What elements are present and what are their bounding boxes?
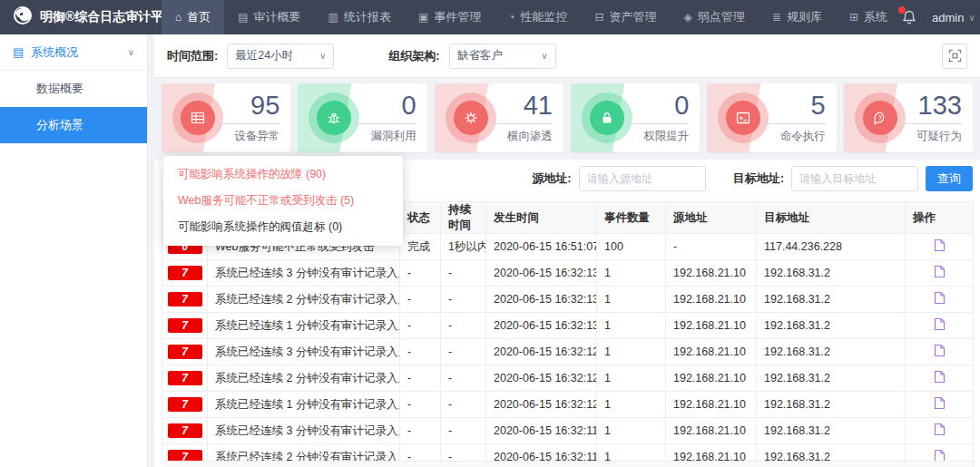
stat-divider <box>623 123 689 124</box>
stat-label: 命令执行 <box>744 129 826 144</box>
stat-card[interactable]: 0漏洞利用 <box>298 83 426 152</box>
nav-right: admin ∨ <box>901 0 980 34</box>
event-duration: - <box>441 313 486 339</box>
event-duration: - <box>441 365 486 392</box>
nav-item-label: 首页 <box>187 9 211 25</box>
nav-item-stats-report[interactable]: ▥统计报表 <box>315 0 405 34</box>
notification-bell-icon[interactable] <box>901 9 917 25</box>
target-address: 192.168.31.2 <box>757 392 906 418</box>
username: admin <box>932 11 964 24</box>
user-menu[interactable]: admin ∨ <box>932 11 975 24</box>
nav-item-label: 性能监控 <box>521 9 568 25</box>
chevron-down-icon: ∨ <box>128 47 134 57</box>
event-duration: - <box>441 260 486 287</box>
sidebar-group-system-overview[interactable]: ▤ 系统概况 ∨ <box>0 34 147 71</box>
detail-doc-icon[interactable] <box>934 370 946 384</box>
column-header: 源地址 <box>666 202 757 234</box>
org-label: 组织架构: <box>388 48 439 64</box>
source-address: 192.168.21.10 <box>666 287 757 313</box>
column-header: 状态 <box>400 202 441 234</box>
org-select[interactable]: 缺省客户 ∨ <box>449 44 556 69</box>
source-address: 192.168.21.10 <box>666 339 757 365</box>
sidebar-item[interactable]: 分析场景 <box>0 107 147 143</box>
event-count: 100 <box>597 234 666 260</box>
stat-label: 权限提升 <box>607 129 689 144</box>
nav-item-system[interactable]: ⊞系统 <box>836 0 901 34</box>
sidebar-item[interactable]: 数据概要 <box>0 71 147 107</box>
event-icon: ▣ <box>418 11 428 24</box>
table-row: 7系统已经连续 2 分钟没有审计记录入库--2020-06-15 16:32:1… <box>162 287 974 313</box>
risk-level-badge: 7 <box>168 266 202 280</box>
stat-card[interactable]: ?133可疑行为 <box>844 83 973 152</box>
database-icon: ⊟ <box>595 11 604 24</box>
stat-divider <box>487 123 553 124</box>
stat-card[interactable]: 5命令执行 <box>707 83 836 152</box>
stat-cards: 95设备异常0漏洞利用41横向渗透0权限提升5命令执行?133可疑行为 <box>162 83 973 152</box>
nav-item-perf-monitor[interactable]: ◔性能监控 <box>495 0 581 34</box>
src-address-input[interactable] <box>579 166 706 191</box>
detail-doc-icon[interactable] <box>934 396 946 410</box>
chevron-down-icon: ∨ <box>319 51 326 61</box>
stat-card[interactable]: 41横向渗透 <box>435 83 564 152</box>
nav-item-audit-summary[interactable]: ▤审计概要 <box>224 0 314 34</box>
stat-card[interactable]: 0权限提升 <box>571 83 700 152</box>
dst-address-input[interactable] <box>791 166 918 191</box>
chevron-down-icon: ∨ <box>968 13 975 23</box>
logo-icon <box>13 5 33 29</box>
dropdown-item[interactable]: 可能影响系统操作的阀值超标 (0) <box>163 214 403 240</box>
event-name: 系统已经连续 3 分钟没有审计记录入库 <box>208 260 400 287</box>
nav-item-label: 审计概要 <box>254 9 301 25</box>
stat-value: 133 <box>880 91 962 121</box>
event-duration: - <box>441 287 486 313</box>
detail-doc-icon[interactable] <box>934 291 946 305</box>
column-header: 操作 <box>906 202 974 234</box>
nav-item-weakness-mgmt[interactable]: ◈弱点管理 <box>671 0 759 34</box>
stat-value: 5 <box>744 91 826 121</box>
table-row: 7系统已经连续 1 分钟没有审计记录入库--2020-06-15 16:32:1… <box>162 392 974 418</box>
sidebar-group-label: 系统概况 <box>31 44 78 61</box>
target-address: 192.168.31.2 <box>757 287 906 313</box>
event-name: 系统已经连续 2 分钟没有审计记录入库 <box>208 287 400 313</box>
detail-doc-icon[interactable] <box>934 265 946 278</box>
detail-doc-icon[interactable] <box>934 317 946 331</box>
event-status: - <box>400 260 441 287</box>
stat-divider <box>214 123 279 124</box>
app-title: 明御®综合日志审计平台 <box>40 9 176 25</box>
nav-item-label: 系统 <box>864 9 887 25</box>
main-content: 时间范围: 最近24小时 ∨ 组织架构: 缺省客户 ∨ 95设备异常0漏洞利用4… <box>154 34 980 467</box>
dropdown-item[interactable]: 可能影响系统操作的故障 (90) <box>163 161 403 188</box>
stat-divider <box>760 123 826 124</box>
event-name: 系统已经连续 2 分钟没有审计记录入库 <box>208 365 400 392</box>
column-header: 事件数量 <box>597 202 666 234</box>
detail-doc-icon[interactable] <box>934 423 946 436</box>
dropdown-item[interactable]: Web服务可能不正常或受到攻击 (5) <box>163 188 403 214</box>
risk-level-badge: 7 <box>168 397 202 412</box>
stat-label: 可疑行为 <box>880 129 962 144</box>
stat-card[interactable]: 95设备异常 <box>162 83 290 152</box>
risk-level-badge: 7 <box>168 345 202 359</box>
nav-item-asset-mgmt[interactable]: ⊟资产管理 <box>582 0 671 34</box>
fullscreen-button[interactable] <box>942 44 967 69</box>
main-menu: ⌂首页▤审计概要▥统计报表▣事件管理◔性能监控⊟资产管理◈弱点管理≣规则库⊞系统 <box>162 0 901 34</box>
nav-item-rule-lib[interactable]: ≣规则库 <box>759 0 836 34</box>
nav-item-event-mgmt[interactable]: ▣事件管理 <box>405 0 495 34</box>
doc-icon: ▤ <box>13 45 24 59</box>
detail-doc-icon[interactable] <box>934 344 946 357</box>
stat-value: 0 <box>335 91 416 121</box>
stat-value: 95 <box>198 91 279 121</box>
nav-item-home[interactable]: ⌂首页 <box>162 0 224 34</box>
gauge-icon: ◔ <box>508 11 514 24</box>
filter-bar: 时间范围: 最近24小时 ∨ 组织架构: 缺省客户 ∨ <box>154 34 980 78</box>
source-address: 192.168.21.10 <box>666 313 757 339</box>
src-address-label: 源地址: <box>532 170 571 187</box>
stat-label: 设备异常 <box>198 129 279 144</box>
event-count: 1 <box>597 339 666 365</box>
top-navbar: 明御®综合日志审计平台 ⌂首页▤审计概要▥统计报表▣事件管理◔性能监控⊟资产管理… <box>0 0 980 34</box>
table-row: 7系统已经连续 2 分钟没有审计记录入库--2020-06-15 16:32:1… <box>162 365 974 392</box>
time-range-select[interactable]: 最近24小时 ∨ <box>227 44 334 69</box>
detail-doc-icon[interactable] <box>934 238 946 252</box>
query-button[interactable]: 查询 <box>926 166 973 191</box>
notification-dot <box>898 6 906 14</box>
dst-address-label: 目标地址: <box>733 170 784 187</box>
target-address: 192.168.31.2 <box>757 260 906 287</box>
